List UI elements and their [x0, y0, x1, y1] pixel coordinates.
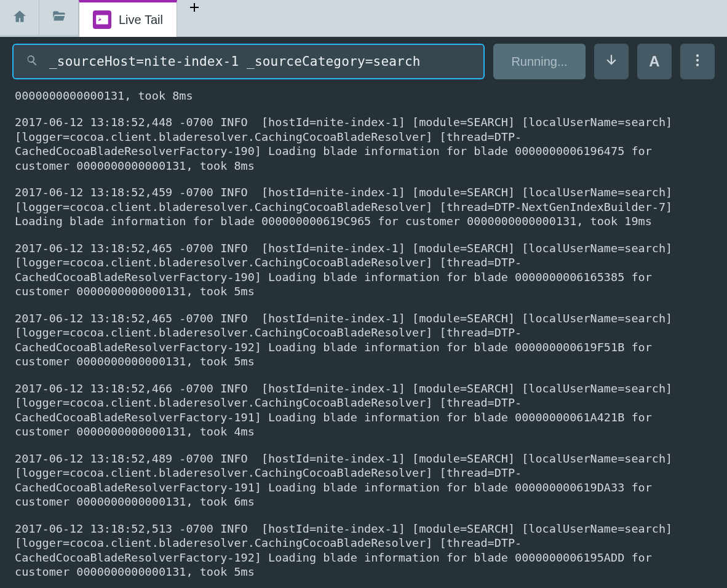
- plus-icon: [187, 0, 202, 17]
- run-state-button[interactable]: Running...: [493, 44, 586, 79]
- log-line: 2017-06-12 13:18:52,513 -0700 INFO [host…: [15, 522, 712, 579]
- log-line: 2017-06-12 13:18:52,489 -0700 INFO [host…: [15, 451, 712, 509]
- query-input-wrap[interactable]: [12, 44, 485, 79]
- more-options-button[interactable]: [680, 44, 715, 79]
- log-line: 0000000000000131, took 8ms: [15, 89, 712, 103]
- search-icon: [25, 53, 39, 70]
- tab-bar: Live Tail: [0, 0, 727, 37]
- svg-point-0: [696, 54, 699, 57]
- run-state-label: Running...: [511, 55, 567, 69]
- log-line: 2017-06-12 13:18:52,459 -0700 INFO [host…: [15, 185, 712, 228]
- arrow-down-icon: [603, 52, 619, 71]
- query-input[interactable]: [49, 54, 472, 69]
- kebab-icon: [689, 52, 705, 71]
- terminal-icon: [93, 10, 111, 29]
- scroll-bottom-button[interactable]: [594, 44, 629, 79]
- log-line: 2017-06-12 13:18:52,466 -0700 INFO [host…: [15, 381, 712, 439]
- folder-open-icon: [51, 9, 67, 27]
- tab-label: Live Tail: [119, 13, 163, 27]
- home-icon: [12, 9, 28, 27]
- tab-home[interactable]: [0, 0, 39, 36]
- log-output[interactable]: 0000000000000131, took 8ms2017-06-12 13:…: [0, 86, 727, 588]
- tab-library[interactable]: [39, 0, 79, 36]
- svg-point-2: [696, 63, 699, 66]
- add-tab-button[interactable]: [177, 0, 212, 17]
- font-size-label: A: [649, 53, 659, 70]
- log-line: 2017-06-12 13:18:52,465 -0700 INFO [host…: [15, 311, 712, 369]
- svg-point-1: [696, 58, 699, 61]
- font-size-button[interactable]: A: [637, 44, 672, 79]
- tab-live-tail[interactable]: Live Tail: [79, 0, 177, 37]
- log-line: 2017-06-12 13:18:52,448 -0700 INFO [host…: [15, 115, 712, 173]
- log-line: 2017-06-12 13:18:52,465 -0700 INFO [host…: [15, 241, 712, 299]
- toolbar: Running... A: [0, 37, 727, 86]
